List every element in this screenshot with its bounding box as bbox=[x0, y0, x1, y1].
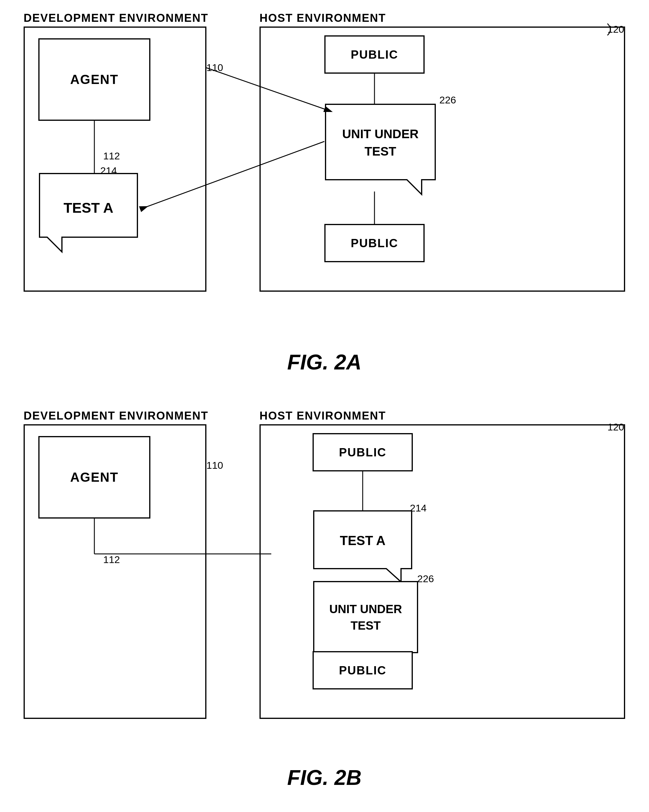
ref-214-2a: 214 bbox=[100, 165, 117, 177]
ref-110-2b: 110 bbox=[207, 459, 223, 471]
fig2a-label: FIG. 2A bbox=[287, 350, 361, 374]
dev-env-label-2a: DEVELOPMENT ENVIRONMENT bbox=[24, 12, 208, 24]
unit-under-test-label-2a: UNIT UNDERTEST bbox=[327, 109, 433, 177]
ref-214-2b: 214 bbox=[410, 502, 427, 514]
host-env-label-2a: HOST ENVIRONMENT bbox=[259, 12, 386, 24]
fig2b-container: DEVELOPMENT ENVIRONMENT HOST ENVIRONMENT… bbox=[12, 407, 637, 795]
ref-112-2b: 112 bbox=[103, 554, 120, 565]
host-env-box-2a bbox=[259, 26, 625, 292]
public-top-2a: PUBLIC bbox=[324, 35, 425, 74]
test-a-box-2a: TEST A bbox=[38, 172, 139, 255]
public-top-2b: PUBLIC bbox=[312, 433, 413, 472]
agent-box-2a: AGENT bbox=[38, 38, 150, 121]
unit-under-test-box-2a: UNIT UNDERTEST bbox=[324, 103, 436, 197]
ref-226-2a: 226 bbox=[439, 94, 456, 106]
host-env-label-2b: HOST ENVIRONMENT bbox=[259, 409, 386, 422]
fig2b-label: FIG. 2B bbox=[287, 765, 361, 790]
fig2a-container: DEVELOPMENT ENVIRONMENT HOST ENVIRONMENT… bbox=[12, 9, 637, 380]
page: DEVELOPMENT ENVIRONMENT HOST ENVIRONMENT… bbox=[0, 0, 649, 812]
test-a-label-2a: TEST A bbox=[41, 178, 136, 237]
test-a-label-2b: TEST A bbox=[315, 514, 410, 567]
agent-box-2b: AGENT bbox=[38, 436, 150, 519]
ref-110-2a: 110 bbox=[207, 62, 223, 73]
public-bottom-2a: PUBLIC bbox=[324, 224, 425, 262]
public-bottom-2b: PUBLIC bbox=[312, 651, 413, 690]
ref-226-2b: 226 bbox=[417, 573, 434, 585]
ref-112-2a: 112 bbox=[103, 150, 120, 162]
dev-env-label-2b: DEVELOPMENT ENVIRONMENT bbox=[24, 409, 208, 422]
unit-under-test-label-2b: UNIT UNDERTEST bbox=[315, 585, 416, 650]
test-a-box-2b: TEST A bbox=[312, 510, 413, 583]
